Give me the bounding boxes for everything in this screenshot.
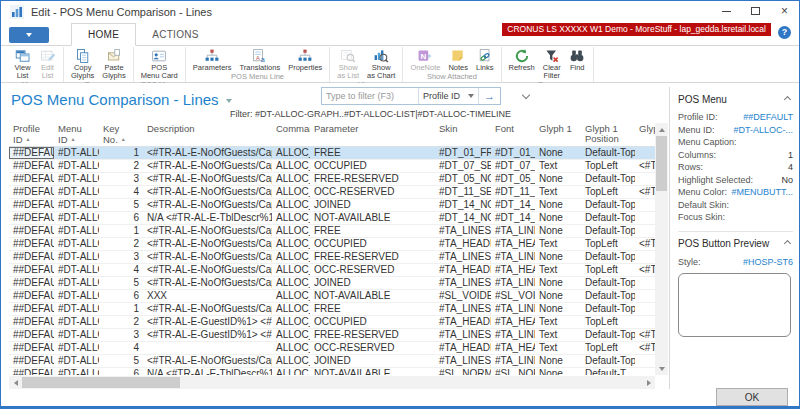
column-header-skin[interactable]: Skin	[435, 123, 491, 146]
cell-parameter[interactable]: NOT-AVAILABLE	[310, 368, 435, 375]
find-button[interactable]: Find	[565, 47, 590, 72]
cell-description[interactable]: N/A <#TR-AL-E-TblDescr%1>	[143, 212, 272, 224]
cell-parameter[interactable]: FREE	[310, 147, 435, 159]
properties-button[interactable]: Properties	[284, 47, 326, 72]
factbox-field-value[interactable]: ##DEFAULT	[743, 112, 793, 125]
cell-menu-id[interactable]: #DT-ALLO...	[54, 225, 99, 237]
cell-key-no[interactable]: 3	[99, 173, 143, 185]
cell-glyph[interactable]: <#TR	[635, 329, 655, 341]
cell-description[interactable]	[143, 342, 272, 354]
cell-glyph[interactable]	[635, 368, 655, 375]
cell-font[interactable]: #DT_14_NOT...	[491, 199, 535, 211]
cell-glyph-1-position[interactable]: Default-T...	[581, 368, 635, 375]
clear-filter-button[interactable]: Clear Filter	[539, 47, 565, 80]
cell-command[interactable]: ALLOC_ST...	[272, 329, 310, 341]
cell-command[interactable]: ALLOC_ST...	[272, 290, 310, 302]
cell-font[interactable]: #TA_HEADE...	[491, 342, 535, 354]
scroll-right-button[interactable]	[642, 376, 655, 389]
cell-command[interactable]: ALLOC_ST...	[272, 238, 310, 250]
cell-profile-id[interactable]: ##DEFAULT	[9, 329, 54, 341]
cell-font[interactable]: #DT_07_SENT	[491, 160, 535, 172]
cell-profile-id[interactable]: ##DEFAULT	[9, 303, 54, 315]
cell-skin[interactable]: #TA_LINES	[435, 225, 491, 237]
cell-skin[interactable]: #TA_LINES_F..	[435, 329, 491, 341]
cell-glyph[interactable]	[635, 147, 655, 159]
cell-profile-id[interactable]: ##DEFAULT	[9, 368, 54, 375]
cell-profile-id[interactable]: ##DEFAULT	[9, 186, 54, 198]
cell-skin[interactable]: #TA_HEADER	[435, 238, 491, 250]
cell-key-no[interactable]: 1	[99, 147, 143, 159]
factbox-field-value[interactable]: #MENUBUTT...	[731, 187, 793, 200]
cell-glyph-1-position[interactable]: Default-Top...	[581, 251, 635, 263]
help-button[interactable]: ?	[778, 26, 791, 39]
cell-glyph[interactable]: <#TR	[635, 160, 655, 172]
cell-key-no[interactable]: 2	[99, 316, 143, 328]
cell-key-no[interactable]: 5	[99, 199, 143, 211]
cell-menu-id[interactable]: #DT-ALLO...	[54, 212, 99, 224]
cell-key-no[interactable]: 4	[99, 264, 143, 276]
table-row[interactable]: ##DEFAULT#DT-ALLO...2<#TR-AL-E-NoOfGuest…	[9, 238, 668, 251]
cell-description[interactable]: <#TR-AL-E-NoOfGuests/Cap%1>\<#T...	[143, 173, 272, 185]
pos-menu-card-button[interactable]: POS Menu Card	[137, 47, 182, 80]
cell-skin[interactable]: #TA_LINES_	[435, 355, 491, 367]
cell-glyph-1[interactable]: None	[535, 199, 581, 211]
cell-key-no[interactable]: 3	[99, 251, 143, 263]
refresh-button[interactable]: Refresh	[505, 47, 539, 72]
cell-parameter[interactable]: JOINED	[310, 355, 435, 367]
cell-description[interactable]: <#TR-AL-E-GuestID%1> <#TR-AL-E-N...	[143, 316, 272, 328]
collapse-preview-icon[interactable]	[784, 240, 791, 247]
cell-profile-id[interactable]: ##DEFAULT	[9, 225, 54, 237]
column-header-profile-id[interactable]: Profile ID▲	[9, 123, 54, 146]
cell-description[interactable]: <#TR-AL-E-NoOfGuests/Cap%1>	[143, 355, 272, 367]
cell-command[interactable]: ALLOC_ST...	[272, 199, 310, 211]
cell-menu-id[interactable]: #DT-ALLO...	[54, 251, 99, 263]
cell-glyph-1-position[interactable]: Default-Top...	[581, 212, 635, 224]
cell-skin[interactable]: #DT_05_NOT...	[435, 173, 491, 185]
maximize-button[interactable]	[741, 1, 770, 21]
cell-glyph-1-position[interactable]: TopLeft	[581, 160, 635, 172]
cell-skin[interactable]: #TA_LINES_	[435, 277, 491, 289]
notes-button[interactable]: Notes	[444, 47, 472, 72]
cell-command[interactable]: ALLOC_ST...	[272, 368, 310, 375]
cell-command[interactable]: ALLOC_ST...	[272, 251, 310, 263]
apply-filter-button[interactable]: →	[479, 88, 500, 104]
table-row[interactable]: ##DEFAULT#DT-ALLO...6XXXALLOC_ST...NOT-A…	[9, 290, 668, 303]
cell-key-no[interactable]: 4	[99, 186, 143, 198]
cell-description[interactable]: <#TR-AL-E-NoOfGuests/Cap%1>\<#T...	[143, 160, 272, 172]
cell-glyph-1-position[interactable]: Default-Top...	[581, 147, 635, 159]
cell-command[interactable]: ALLOC_ST...	[272, 160, 310, 172]
vertical-scrollbar[interactable]	[655, 123, 668, 375]
table-row[interactable]: ##DEFAULT#DT-ALLO...5<#TR-AL-E-NoOfGuest…	[9, 277, 668, 290]
cell-command[interactable]: ALLOC_ST...	[272, 173, 310, 185]
cell-glyph-1[interactable]: Text	[535, 342, 581, 354]
cell-skin[interactable]: #DT_01_FREE	[435, 147, 491, 159]
cell-key-no[interactable]: 6	[99, 290, 143, 302]
cell-font[interactable]: #TA_LINES	[491, 225, 535, 237]
table-row[interactable]: ##DEFAULT#DT-ALLO...4ALLOC_ST...OCC-RESE…	[9, 342, 668, 355]
cell-glyph[interactable]: <#TR	[635, 342, 655, 354]
view-list-button[interactable]: View List	[10, 47, 35, 80]
table-row[interactable]: ##DEFAULT#DT-ALLO...4<#TR-AL-E-NoOfGuest…	[9, 186, 668, 199]
cell-profile-id[interactable]: ##DEFAULT	[9, 160, 54, 172]
cell-glyph[interactable]: <#TR	[635, 264, 655, 276]
cell-glyph-1-position[interactable]: Default-Top...	[581, 277, 635, 289]
cell-skin[interactable]: #TA_HEADER	[435, 316, 491, 328]
cell-glyph-1-position[interactable]: Default-Top...	[581, 329, 635, 341]
cell-glyph-1[interactable]: None	[535, 355, 581, 367]
cell-skin[interactable]: #TA_LINES_F..	[435, 251, 491, 263]
minimize-button[interactable]	[712, 1, 741, 21]
cell-parameter[interactable]: JOINED	[310, 277, 435, 289]
style-value-link[interactable]: #HOSP-ST6	[743, 257, 793, 270]
cell-menu-id[interactable]: #DT-ALLO...	[54, 342, 99, 354]
column-header-glyph-1[interactable]: Glyph 1	[535, 123, 581, 146]
cell-menu-id[interactable]: #DT-ALLO...	[54, 368, 99, 375]
horizontal-scroll-thumb[interactable]	[22, 377, 180, 388]
cell-font[interactable]: #SL_VOIDED	[491, 290, 535, 302]
parameters-button[interactable]: Parameters	[189, 47, 236, 72]
cell-profile-id[interactable]: ##DEFAULT	[9, 264, 54, 276]
cell-parameter[interactable]: FREE-RESERVED	[310, 329, 435, 341]
cell-glyph-1-position[interactable]: Default-Top...	[581, 290, 635, 302]
table-row[interactable]: ##DEFAULT#DT-ALLO...6N/A <#TR-AL-E-TblDe…	[9, 368, 668, 375]
column-header-glyph-1-position[interactable]: Glyph 1 Position	[581, 123, 635, 146]
cell-font[interactable]: #TA_LINES	[491, 355, 535, 367]
